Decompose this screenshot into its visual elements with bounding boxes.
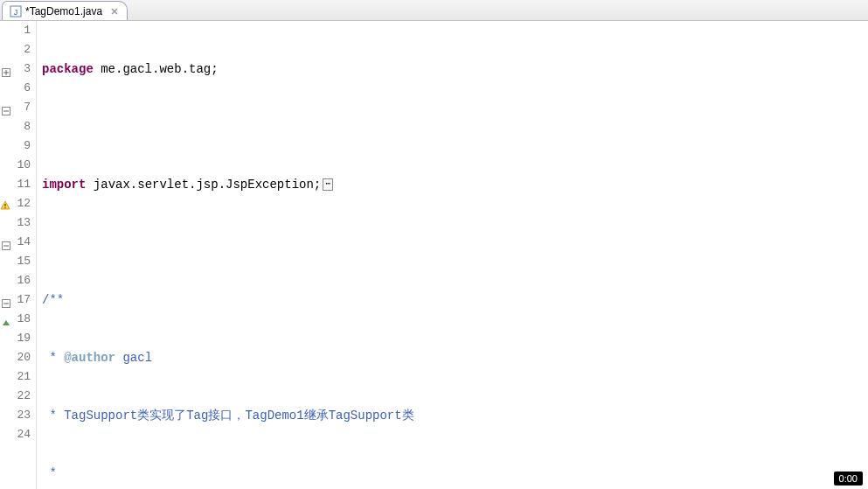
line-number[interactable]: 1 (0, 21, 31, 40)
line-number[interactable]: 12 (0, 194, 31, 213)
tab-title: *TagDemo1.java (25, 5, 102, 17)
line-number[interactable]: 2 (0, 40, 31, 59)
svg-text:J: J (14, 8, 18, 17)
editor-tab[interactable]: J *TagDemo1.java (2, 1, 128, 20)
line-number[interactable]: 11 (0, 175, 31, 194)
code-line[interactable]: * @author gacl (42, 348, 868, 367)
warning-icon[interactable] (0, 199, 10, 209)
line-number[interactable]: 10 (0, 156, 31, 175)
line-number[interactable]: 15 (0, 252, 31, 271)
line-number[interactable]: 14 (0, 233, 31, 252)
svg-rect-4 (4, 204, 5, 206)
line-number[interactable]: 24 (0, 425, 31, 444)
fold-expanded-icon[interactable] (2, 103, 10, 112)
folded-region-icon[interactable]: ⋯ (323, 178, 333, 191)
svg-rect-5 (4, 207, 5, 208)
line-number[interactable]: 22 (0, 387, 31, 406)
fold-expanded-icon[interactable] (2, 296, 10, 304)
line-number[interactable]: 3 (0, 59, 31, 79)
code-line[interactable]: package me.gacl.web.tag; (42, 59, 868, 79)
line-number[interactable]: 17 (0, 290, 31, 310)
code-line[interactable]: * TagSupport类实现了Tag接口，TagDemo1继承TagSuppo… (42, 406, 868, 425)
fold-collapsed-icon[interactable] (2, 65, 10, 73)
line-number[interactable]: 9 (0, 136, 31, 156)
recording-time-badge: 0:00 (834, 472, 863, 486)
editor-area: 1 2 3 6 7 8 9 10 11 12 13 (0, 21, 868, 489)
code-line[interactable] (42, 233, 868, 252)
code-line[interactable]: * (42, 464, 868, 483)
code-line[interactable] (42, 117, 868, 136)
close-icon[interactable] (109, 6, 120, 17)
line-number[interactable]: 13 (0, 213, 31, 233)
code-text-area[interactable]: package me.gacl.web.tag; import javax.se… (37, 21, 868, 489)
line-number[interactable]: 16 (0, 271, 31, 290)
tab-bar: J *TagDemo1.java (0, 0, 868, 21)
line-number[interactable]: 6 (0, 79, 31, 98)
line-number[interactable]: 8 (0, 117, 31, 136)
code-line[interactable]: import javax.servlet.jsp.JspException;⋯ (42, 175, 868, 194)
line-number[interactable]: 20 (0, 348, 31, 367)
line-number[interactable]: 23 (0, 406, 31, 425)
line-number[interactable]: 7 (0, 98, 31, 117)
fold-expanded-icon[interactable] (2, 238, 10, 247)
line-number[interactable]: 18 (0, 310, 31, 329)
line-number[interactable]: 21 (0, 367, 31, 387)
java-file-icon: J (10, 5, 22, 17)
code-line[interactable]: /** (42, 290, 868, 310)
gutter[interactable]: 1 2 3 6 7 8 9 10 11 12 13 (0, 21, 37, 489)
line-number[interactable]: 19 (0, 329, 31, 348)
